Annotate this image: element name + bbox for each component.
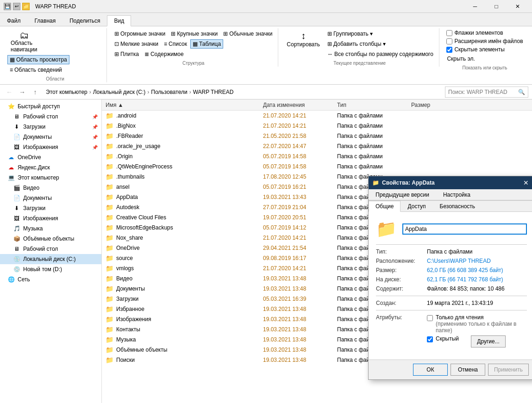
other-attrs-button[interactable]: Другие...: [471, 335, 506, 347]
table-row[interactable]: 📁 .android 21.07.2020 14:21 Папка с файл…: [102, 111, 532, 121]
item-flags-checkbox[interactable]: Флажки элементов: [444, 29, 505, 37]
col-name[interactable]: Имя ▲: [102, 102, 259, 108]
details-panel-button[interactable]: ≡ Область сведений: [7, 65, 69, 74]
search-input[interactable]: [448, 89, 516, 95]
hide-elements-button[interactable]: Скрыть эл.: [444, 54, 477, 63]
sidebar-item-docs1[interactable]: 📄 Документы 📌: [0, 132, 101, 142]
huge-icons-button[interactable]: ⊞ Огромные значки: [112, 29, 168, 38]
group-button[interactable]: ⊞ Группировать ▾: [325, 29, 436, 38]
dialog-name-input[interactable]: [402, 223, 527, 235]
sidebar-item-yandex[interactable]: ☁ Яндекс.Диск: [0, 162, 101, 173]
breadcrumb-users[interactable]: Пользователи: [151, 89, 187, 95]
fit-columns-label: Все столбцы по размеру содержимого: [334, 51, 433, 57]
sort-button[interactable]: ↕ Сортировать: [283, 29, 323, 49]
table-button[interactable]: ▦ Таблица: [190, 39, 223, 49]
dialog-apply-button[interactable]: Применить: [488, 364, 529, 376]
file-name-cell: 📁 Поиски: [102, 356, 259, 364]
maximize-button[interactable]: □: [486, 0, 507, 13]
group-icon: ⊞: [327, 31, 332, 37]
file-name: Поиски: [116, 357, 135, 363]
tile-button[interactable]: ⊞ Плитка: [112, 50, 141, 59]
preview-panel-button[interactable]: ▦ Область просмотра: [7, 55, 69, 64]
file-name: Контакты: [116, 326, 140, 333]
close-button[interactable]: ✕: [507, 0, 528, 13]
readonly-checkbox[interactable]: [427, 315, 433, 321]
forward-button[interactable]: →: [17, 87, 28, 98]
prop-location-value: C:\Users\WARP THREAD: [427, 258, 527, 264]
save-icon[interactable]: 💾: [4, 3, 11, 10]
undo-icon[interactable]: ↩: [13, 3, 20, 10]
sidebar-item-docs2[interactable]: 📄 Документы: [0, 193, 101, 203]
breadcrumb-computer[interactable]: Этот компьютер: [46, 89, 88, 95]
sidebar-item-music[interactable]: 🎵 Музыка: [0, 223, 101, 234]
sidebar-item-3d[interactable]: 📦 Объёмные объекты: [0, 234, 101, 244]
file-ext-check[interactable]: [446, 38, 452, 44]
sidebar-item-drive-c[interactable]: 💿 Локальный диск (C:): [0, 254, 101, 264]
table-row[interactable]: 📁 .FBReader 21.05.2020 21:58 Папка с фай…: [102, 131, 532, 141]
tab-share[interactable]: Поделиться: [63, 15, 107, 26]
sidebar-item-network[interactable]: 🌐 Сеть: [0, 274, 101, 285]
table-row[interactable]: 📁 .BigNox 21.07.2020 14:21 Папка с файла…: [102, 121, 532, 131]
dialog-tab-access[interactable]: Доступ: [401, 201, 432, 211]
prop-size-label: Размер:: [376, 267, 427, 273]
details-panel-icon: ≡: [10, 67, 13, 73]
fit-columns-button[interactable]: ↔ Все столбцы по размеру содержимого: [325, 50, 436, 59]
content-button[interactable]: ≣ Содержимое: [142, 50, 186, 59]
downloads1-icon: ⬇: [13, 123, 20, 130]
dialog-ok-button[interactable]: ОК: [413, 364, 448, 376]
sidebar-item-quick-access[interactable]: ⭐ Быстрый доступ: [0, 101, 101, 112]
tab-home[interactable]: Главная: [28, 15, 63, 26]
sidebar-item-video[interactable]: 🎬 Видео: [0, 183, 101, 193]
dialog-tab-general[interactable]: Общие: [369, 201, 401, 212]
large-icons-button[interactable]: ⊞ Крупные значки: [169, 29, 220, 38]
sidebar-item-desktop2[interactable]: 🖥 Рабочий стол: [0, 244, 101, 254]
dialog-tab-prev-versions[interactable]: Предыдущие версии: [369, 189, 436, 200]
hidden-checkbox-row: Скрытый Другие...: [427, 335, 527, 347]
col-date-label: Дата изменения: [263, 102, 305, 108]
col-date[interactable]: Дата изменения: [259, 102, 333, 108]
col-type[interactable]: Тип: [333, 102, 407, 108]
dialog-close-button[interactable]: ✕: [521, 178, 531, 187]
hidden-items-check[interactable]: [446, 47, 452, 53]
hidden-items-checkbox[interactable]: Скрытые элементы: [444, 46, 507, 53]
sidebar-item-downloads2[interactable]: ⬇ Загрузки: [0, 203, 101, 213]
up-button[interactable]: ↑: [30, 87, 41, 98]
minimize-button[interactable]: ─: [464, 0, 486, 13]
file-icon: 📁: [106, 336, 113, 343]
file-ext-checkbox[interactable]: Расширения имён файлов: [444, 37, 525, 45]
tab-view[interactable]: Вид: [107, 15, 131, 26]
add-columns-icon: ⊞: [327, 41, 332, 47]
normal-icons-button[interactable]: ⊞ Обычные значки: [221, 29, 275, 38]
sidebar-label-docs1: Документы: [23, 134, 52, 140]
sidebar-item-drive-d[interactable]: 💿 Новый том (D:): [0, 264, 101, 274]
drive-c-icon: 💿: [13, 255, 20, 263]
dialog-cancel-button[interactable]: Отмена: [451, 364, 485, 376]
tab-file[interactable]: Файл: [0, 15, 28, 26]
breadcrumb[interactable]: Этот компьютер › Локальный диск (C:) › П…: [43, 87, 443, 98]
col-name-label: Имя: [106, 102, 116, 108]
file-name: Autodesk: [116, 204, 139, 211]
table-row[interactable]: 📁 .Origin 05.07.2019 14:58 Папка с файла…: [102, 151, 532, 161]
dialog-tab-settings[interactable]: Настройка: [436, 189, 477, 200]
hidden-checkbox[interactable]: [427, 336, 433, 342]
table-row[interactable]: 📁 .QtWebEngineProcess 05.07.2019 14:58 П…: [102, 161, 532, 172]
dialog-tab-security[interactable]: Безопасность: [433, 201, 482, 211]
list-button[interactable]: ≡ Список: [162, 39, 189, 49]
small-icons-button[interactable]: ⊡ Мелкие значки: [112, 39, 161, 49]
add-columns-button[interactable]: ⊞ Добавить столбцы ▾: [325, 39, 436, 49]
col-size[interactable]: Размер: [407, 102, 454, 108]
nav-panel-button[interactable]: 🗂 Областьнавигации: [7, 29, 40, 54]
sidebar-item-downloads1[interactable]: ⬇ Загрузки 📌: [0, 122, 101, 132]
back-button[interactable]: ←: [4, 87, 15, 98]
sidebar-item-images2[interactable]: 🖼 Изображения: [0, 213, 101, 223]
search-box[interactable]: 🔍: [445, 87, 528, 98]
sidebar-item-desktop1[interactable]: 🖥 Рабочий стол 📌: [0, 112, 101, 122]
sidebar-item-thispc[interactable]: 💻 Этот компьютер: [0, 173, 101, 183]
item-flags-check[interactable]: [446, 30, 452, 36]
sidebar-item-images1[interactable]: 🖼 Изображения 📌: [0, 142, 101, 152]
table-row[interactable]: 📁 .oracle_jre_usage 22.07.2020 14:47 Пап…: [102, 141, 532, 151]
breadcrumb-c[interactable]: Локальный диск (C:): [93, 89, 146, 95]
breadcrumb-current[interactable]: WARP THREAD: [193, 89, 234, 95]
file-date-cell: 19.03.2021 13:48: [259, 326, 333, 333]
sidebar-item-onedrive[interactable]: ☁ OneDrive: [0, 152, 101, 162]
